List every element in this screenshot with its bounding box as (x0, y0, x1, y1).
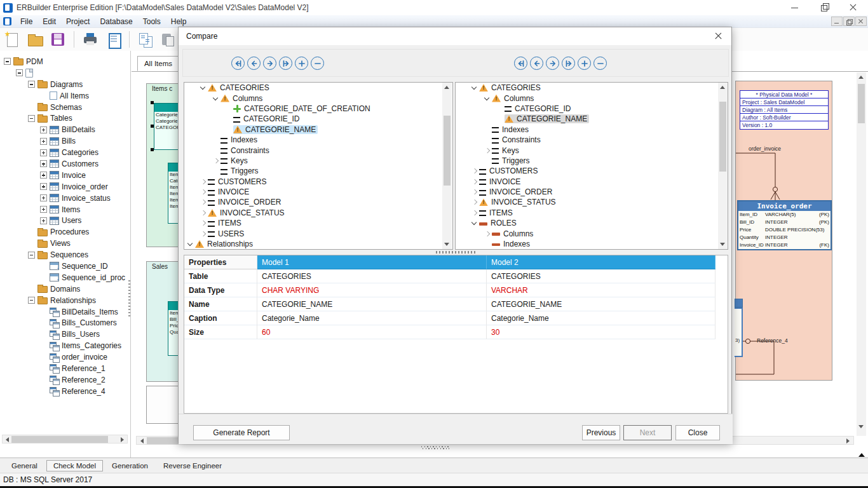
nav-first-icon[interactable] (514, 57, 527, 70)
tree-item[interactable] (1, 67, 128, 79)
compare-tree-item[interactable]: CATEGORIE_ID (184, 114, 452, 124)
open-folder-icon[interactable] (27, 31, 43, 48)
nav-prev-icon[interactable] (247, 57, 261, 70)
compare-tree-item[interactable]: Keys (456, 145, 728, 155)
compare-tree-item[interactable]: Constraints (456, 135, 728, 145)
generate-report-button[interactable]: Generate Report (193, 425, 290, 440)
scroll-right-icon[interactable] (121, 437, 124, 442)
expander-minus-icon[interactable] (28, 252, 35, 259)
dialog-close-icon[interactable] (710, 30, 726, 43)
bottom-tab-generation[interactable]: Generation (105, 461, 154, 471)
compare-tree-item[interactable]: Columns (456, 228, 728, 238)
chevron-right-icon[interactable] (201, 189, 206, 194)
tree-item[interactable]: Items_Categories (1, 340, 128, 351)
tree-item[interactable]: Invoice (1, 170, 128, 181)
chevron-down-icon[interactable] (187, 241, 193, 246)
tree-item[interactable]: Invoice_status (1, 193, 128, 204)
selected-tree-item[interactable]: CATEGORIE_NAME (505, 114, 589, 123)
invoice-order-table-shape[interactable]: Invoice_order Item_IDVARCHAR(5)(PK)Bill_… (737, 200, 832, 250)
expander-minus-icon[interactable] (28, 115, 35, 122)
previous-button[interactable]: Previous (582, 425, 620, 440)
canvas-vertical-scrollbar[interactable] (857, 72, 866, 436)
scroll-down-icon[interactable] (858, 425, 864, 428)
nav-prev-icon[interactable] (530, 57, 543, 70)
sidebar-horizontal-scrollbar[interactable] (2, 435, 128, 444)
compare-tree-item[interactable]: INVOICE_ORDER (184, 197, 452, 207)
chevron-down-icon[interactable] (471, 85, 477, 90)
tree-item[interactable]: Items (1, 204, 128, 215)
nav-next-icon[interactable] (546, 57, 559, 70)
menu-item-database[interactable]: Database (95, 15, 137, 28)
expander-minus-icon[interactable] (16, 69, 23, 76)
mdi-minimize-icon[interactable] (831, 17, 843, 26)
compare-tree-item[interactable]: Columns (456, 93, 728, 103)
chevron-right-icon[interactable] (472, 210, 477, 215)
scroll-down-icon[interactable] (720, 243, 725, 246)
selection-handle[interactable] (151, 101, 154, 104)
expander-minus-icon[interactable] (28, 297, 35, 304)
chevron-down-icon[interactable] (213, 95, 218, 100)
chevron-right-icon[interactable] (472, 200, 477, 205)
chevron-right-icon[interactable] (201, 220, 206, 226)
tree-item[interactable]: Reference_4 (1, 386, 128, 397)
paste-icon[interactable] (160, 31, 177, 48)
scroll-up-icon[interactable] (720, 86, 725, 89)
chevron-right-icon[interactable] (472, 179, 477, 184)
scroll-up-icon[interactable] (444, 86, 449, 89)
compare-tree-item[interactable]: ITEMS (456, 208, 728, 218)
compare-tree-item[interactable]: ITEMS (184, 218, 452, 228)
tree-item[interactable]: Schemas (1, 102, 128, 113)
compare-tree-item[interactable]: Keys (184, 156, 452, 166)
tree-item[interactable]: BillDetails_Items (1, 306, 128, 318)
menu-item-project[interactable]: Project (61, 15, 95, 28)
chevron-right-icon[interactable] (201, 210, 206, 215)
tree-item[interactable]: Sequences (1, 249, 128, 261)
tree-item[interactable]: Bills (1, 135, 128, 147)
scroll-left-icon[interactable] (140, 438, 144, 444)
sidebar-scroll-thumb[interactable] (11, 436, 108, 443)
nav-last-icon[interactable] (279, 57, 292, 70)
expander-plus-icon[interactable] (40, 217, 47, 224)
menu-item-help[interactable]: Help (166, 15, 192, 28)
report-icon[interactable] (105, 31, 121, 48)
mdi-close-icon[interactable] (855, 17, 867, 26)
compare-tree-item[interactable]: Triggers (456, 156, 728, 166)
compare-tree-item[interactable]: Columns (184, 93, 452, 103)
expander-minus-icon[interactable] (28, 81, 35, 88)
nav-first-icon[interactable] (231, 57, 245, 70)
restore-icon[interactable] (810, 0, 839, 15)
tree-item[interactable]: Reference_1 (1, 363, 128, 374)
tree-item[interactable]: All Items (1, 90, 128, 102)
next-button[interactable]: Next (623, 425, 672, 440)
compare-tree-item[interactable]: CATEGORIES (184, 83, 452, 93)
chevron-right-icon[interactable] (201, 231, 206, 236)
chevron-right-icon[interactable] (485, 231, 490, 236)
menu-item-tools[interactable]: Tools (138, 15, 166, 28)
close-button[interactable]: Close (675, 425, 720, 440)
chevron-down-icon[interactable] (484, 95, 489, 100)
selection-handle[interactable] (151, 125, 154, 128)
tree-item[interactable]: Procedures (1, 226, 128, 238)
compare-tree-item[interactable]: CATEGORIE_NAME (184, 125, 452, 135)
compare-tree-item[interactable]: Indexes (456, 125, 728, 135)
nav-expand-icon[interactable] (295, 57, 308, 70)
tree-item[interactable]: Users (1, 215, 128, 226)
close-icon[interactable] (839, 0, 868, 15)
tree-item[interactable]: Bills_Users (1, 329, 128, 340)
compare-tree-item[interactable]: CUSTOMERS (184, 177, 452, 187)
chevron-right-icon[interactable] (472, 168, 477, 173)
chevron-right-icon[interactable] (214, 158, 219, 163)
mdi-restore-icon[interactable] (843, 17, 855, 26)
tree-item[interactable]: BillDetails (1, 124, 128, 135)
compare-tree-item[interactable]: INVOICE_STATUS (456, 197, 728, 207)
tree-item[interactable]: Customers (1, 158, 128, 170)
scroll-down-icon[interactable] (444, 243, 449, 246)
tree-item[interactable]: PDM (1, 56, 128, 67)
chevron-down-icon[interactable] (471, 220, 477, 225)
compare-tree-item[interactable]: CATEGORIE_ID (456, 104, 728, 114)
compare-tree-item[interactable]: Triggers (184, 166, 452, 176)
compare-tree-item[interactable]: Indexes (456, 239, 728, 249)
chevron-down-icon[interactable] (200, 85, 205, 90)
expander-plus-icon[interactable] (40, 126, 47, 133)
chevron-right-icon[interactable] (472, 189, 477, 194)
